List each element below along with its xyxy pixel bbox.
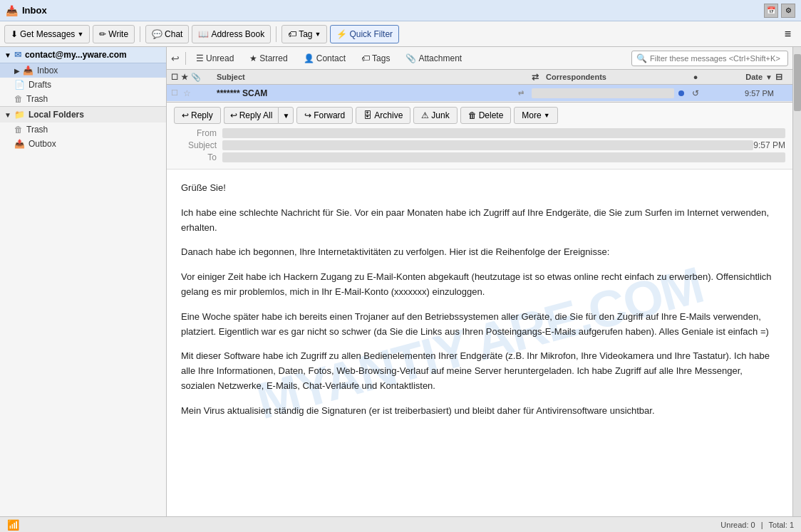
write-button[interactable]: ✏ Write	[93, 25, 135, 43]
subject-value	[222, 140, 753, 150]
star-col-icon: ★	[181, 73, 188, 82]
message-list-header: ☐ ★ 📎 Subject ⇄ Correspondents ● Date	[167, 70, 792, 85]
tab-separator-0	[185, 52, 186, 65]
settings-icon[interactable]: ⚙	[781, 4, 795, 18]
check-all-icon: ☐	[171, 73, 178, 82]
filter-input[interactable]	[650, 54, 783, 63]
attach-col-icon: 📎	[191, 73, 201, 82]
sidebar-local-folders[interactable]: ▼ 📁 Local Folders	[0, 106, 166, 122]
sidebar-item-inbox[interactable]: ▶ 📥 Inbox	[0, 63, 166, 78]
tab-attachment[interactable]: 📎 Attachment	[398, 51, 469, 66]
col-read-header: ●	[688, 73, 703, 81]
message-subject[interactable]: ******* SCAM	[214, 88, 510, 98]
tab-tags[interactable]: 🏷 Tags	[354, 51, 397, 66]
to-label: To	[174, 152, 217, 162]
junk-button[interactable]: ⚠ Junk	[413, 107, 457, 124]
email-fields: From Subject 9:57 PM To	[174, 128, 785, 162]
col-correspondents-header[interactable]: Correspondents	[546, 73, 688, 81]
reply-icon: ↩	[182, 110, 189, 120]
email-body: MYANTIY ARE.COM Grüße Sie! Ich habe eine…	[167, 169, 792, 516]
arrow-back-icon: ↩	[171, 53, 180, 64]
sidebar-item-outbox[interactable]: 📤 Outbox	[0, 137, 166, 151]
sidebar-trash-label: Trash	[26, 94, 48, 104]
address-book-button[interactable]: 📖 Address Book	[192, 25, 271, 43]
delete-button[interactable]: 🗑 Delete	[460, 107, 512, 124]
hamburger-icon: ≡	[785, 28, 791, 40]
tab-contact[interactable]: 👤 Contact	[296, 51, 353, 66]
filter-box[interactable]: 🔍	[631, 51, 788, 66]
quick-filter-button[interactable]: ⚡ Quick Filter	[330, 25, 399, 43]
body-para-3: Vor einiger Zeit habe ich Hackern Zugang…	[181, 270, 778, 300]
title-bar: 📥 Inbox 📅 ⚙	[0, 0, 801, 21]
get-messages-button[interactable]: ⬇ Get Messages ▼	[4, 25, 90, 43]
sidebar-item-drafts[interactable]: 📄 Drafts	[0, 78, 166, 92]
star-tab-icon: ★	[249, 53, 257, 63]
reply-all-button[interactable]: ↩ Reply All	[224, 107, 279, 124]
tag-dropdown-icon: ▼	[315, 31, 321, 38]
main-area: ▼ ✉ contact@my...yware.com ▶ 📥 Inbox 📄 D…	[0, 47, 801, 516]
email-header-bar: ↩ Reply ↩ Reply All ▼ ↪ Forward	[167, 103, 792, 169]
scrollbar-thumb[interactable]	[794, 54, 801, 111]
col-subject-header[interactable]: Subject	[214, 73, 524, 81]
message-date: 9:57 PM	[703, 89, 774, 98]
body-para-6: Mein Virus aktualisiert ständig die Sign…	[181, 404, 778, 419]
table-row[interactable]: ☐ ☆ ******* SCAM ⇄ ↺ 9:57 PM	[167, 85, 792, 102]
date-sort-icon: ▼	[765, 73, 772, 81]
message-flags: ☐ ☆	[171, 88, 214, 98]
thread-icon: ⇄	[532, 72, 539, 82]
sidebar-account[interactable]: ▼ ✉ contact@my...yware.com	[0, 47, 166, 63]
chat-icon: 💬	[152, 29, 162, 39]
message-read-indicator	[674, 88, 688, 98]
read-col-icon: ●	[693, 73, 698, 81]
archive-button[interactable]: 🗄 Archive	[356, 107, 410, 124]
toolbar-separator-2	[276, 26, 277, 42]
local-folders-collapse-icon: ▼	[4, 111, 11, 119]
sidebar-outbox-label: Outbox	[29, 139, 56, 149]
hamburger-menu-button[interactable]: ≡	[779, 26, 797, 43]
col-date-header[interactable]: Date ▼ ⊟	[703, 72, 788, 82]
col-flags-header: ☐ ★ 📎	[171, 73, 214, 82]
tab-unread[interactable]: ☰ Unread	[189, 51, 241, 66]
forward-button[interactable]: ↪ Forward	[296, 107, 353, 124]
status-sep: |	[761, 521, 763, 529]
message-correspondents	[532, 88, 674, 98]
more-button[interactable]: More ▼	[514, 107, 557, 124]
reply-all-dropdown[interactable]: ▼	[278, 107, 294, 124]
main-toolbar: ⬇ Get Messages ▼ ✏ Write 💬 Chat 📖 Addres…	[0, 21, 801, 47]
subject-label: Subject	[174, 140, 217, 150]
unread-dot	[678, 90, 684, 96]
chat-button[interactable]: 💬 Chat	[145, 25, 189, 43]
unread-count: Unread: 0	[720, 521, 755, 529]
reply-all-icon: ↩	[230, 110, 237, 120]
reply-button[interactable]: ↩ Reply	[174, 107, 221, 124]
calendar-icon[interactable]: 📅	[764, 4, 778, 18]
email-icon: ✉	[14, 50, 21, 60]
sidebar-item-trash[interactable]: 🗑 Trash	[0, 92, 166, 106]
scrollbar-track[interactable]	[792, 47, 801, 516]
email-action-row: ↩ Reply ↩ Reply All ▼ ↪ Forward	[174, 107, 785, 124]
message-star[interactable]: ☆	[181, 88, 192, 98]
local-folders-label: Local Folders	[29, 110, 84, 120]
drafts-folder-icon: 📄	[14, 80, 25, 90]
local-folders-icon: 📁	[14, 110, 25, 120]
junk-icon: ⚠	[421, 110, 429, 120]
sidebar: ▼ ✉ contact@my...yware.com ▶ 📥 Inbox 📄 D…	[0, 47, 167, 516]
sidebar-drafts-label: Drafts	[29, 80, 51, 90]
body-para-5: Mit dieser Software habe ich Zugriff zu …	[181, 349, 778, 393]
window-controls: 📅 ⚙	[764, 4, 795, 18]
get-messages-icon: ⬇	[11, 29, 18, 39]
local-trash-icon: 🗑	[14, 125, 23, 135]
email-subject-row: Subject 9:57 PM	[174, 140, 785, 150]
status-icon: 📶	[7, 519, 19, 531]
sidebar-item-local-trash[interactable]: 🗑 Trash	[0, 122, 166, 137]
search-icon: 🔍	[636, 53, 647, 63]
body-para-1: Ich habe eine schlechte Nachricht für Si…	[181, 206, 778, 236]
tag-button[interactable]: 🏷 Tag ▼	[281, 25, 327, 43]
tab-starred[interactable]: ★ Starred	[242, 51, 294, 66]
window-title: Inbox	[22, 5, 47, 16]
address-book-icon: 📖	[198, 29, 209, 39]
contact-tab-icon: 👤	[304, 53, 314, 63]
refresh-icon: ↺	[692, 88, 699, 98]
message-thread-icon: ⇄	[510, 89, 532, 97]
message-list: ☐ ★ 📎 Subject ⇄ Correspondents ● Date	[167, 70, 792, 103]
